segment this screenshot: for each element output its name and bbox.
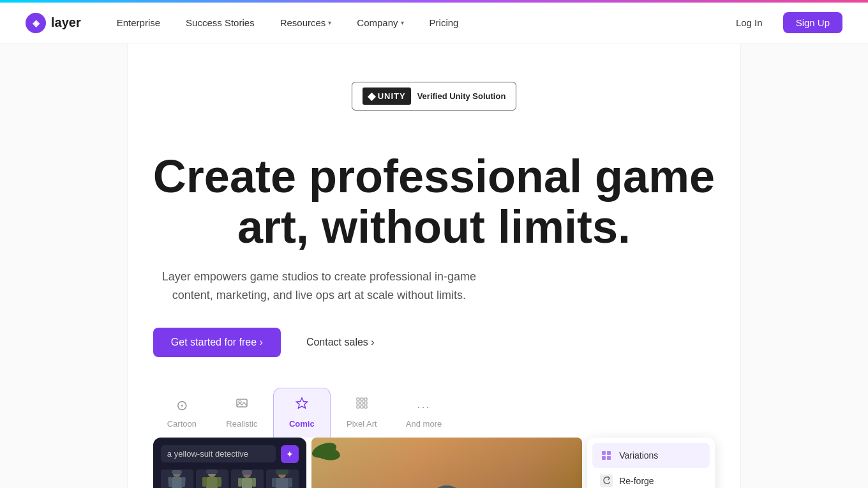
comic-icon <box>295 396 309 414</box>
svg-rect-10 <box>364 406 367 408</box>
svg-rect-9 <box>361 406 363 408</box>
navbar: ◈ layer Enterprise Success Stories Resou… <box>0 3 868 43</box>
tab-realistic[interactable]: Realistic <box>213 388 271 438</box>
nav-item-company[interactable]: Company ▾ <box>347 12 414 33</box>
re-forge-item[interactable]: Re-forge <box>592 468 710 488</box>
tab-and-more[interactable]: ··· And more <box>393 393 454 438</box>
tab-comic[interactable]: Comic <box>273 388 331 438</box>
svg-rect-27 <box>242 478 252 488</box>
svg-rect-21 <box>202 477 207 487</box>
nav-item-pricing[interactable]: Pricing <box>419 12 469 33</box>
unity-badge: ◆ unity Verified Unity Solution <box>352 82 517 111</box>
svg-rect-28 <box>238 478 242 487</box>
nav-item-enterprise[interactable]: Enterprise <box>107 12 170 33</box>
unity-symbol-icon: ◆ <box>368 90 375 102</box>
hero-bg-right <box>740 43 868 488</box>
tab-cartoon[interactable]: ⊙ Cartoon <box>153 390 211 438</box>
svg-rect-20 <box>206 477 218 488</box>
svg-rect-7 <box>364 402 367 404</box>
svg-rect-115 <box>607 451 611 455</box>
hero-title: Create professional game art, without li… <box>153 151 715 252</box>
nav-links: Enterprise Success Stories Resources ▾ C… <box>107 12 723 33</box>
realistic-icon <box>235 396 249 414</box>
cartoon-icon: ⊙ <box>176 397 188 414</box>
svg-rect-12 <box>172 470 182 474</box>
svg-rect-34 <box>276 478 288 488</box>
svg-rect-4 <box>364 398 367 400</box>
svg-rect-2 <box>357 398 359 400</box>
login-button[interactable]: Log In <box>723 12 775 33</box>
svg-rect-26 <box>242 470 252 475</box>
svg-rect-114 <box>602 451 606 455</box>
verified-solution-text: Verified Unity Solution <box>417 91 506 102</box>
char-grid <box>161 469 299 488</box>
svg-rect-8 <box>357 406 359 408</box>
svg-rect-0 <box>237 399 247 407</box>
logo-icon: ◈ <box>26 13 46 33</box>
contact-sales-button[interactable]: Contact sales › <box>294 328 387 357</box>
pixel-art-icon <box>355 396 369 414</box>
demo-area: a yellow-suit detective ✦ <box>153 438 715 488</box>
svg-rect-35 <box>272 478 276 487</box>
svg-rect-33 <box>276 469 288 475</box>
svg-rect-22 <box>217 477 221 487</box>
signup-button[interactable]: Sign Up <box>783 12 842 33</box>
svg-rect-36 <box>288 478 292 487</box>
logo[interactable]: ◈ layer <box>26 13 81 33</box>
nav-actions: Log In Sign Up <box>723 12 842 33</box>
and-more-icon: ··· <box>417 400 431 414</box>
svg-rect-116 <box>602 456 606 460</box>
svg-rect-13 <box>172 477 182 488</box>
main-soldier-svg <box>415 478 479 488</box>
svg-rect-117 <box>607 456 611 460</box>
variations-panel: Variations Re-forge <box>587 438 715 488</box>
variations-icon <box>600 449 613 462</box>
character-panel: a yellow-suit detective ✦ <box>153 438 306 488</box>
unity-logo: ◆ unity <box>363 88 411 105</box>
game-art-canvas: ↑ <box>311 438 582 488</box>
svg-rect-19 <box>206 469 218 474</box>
char-panel-header: a yellow-suit detective ✦ <box>161 445 299 463</box>
hero-bg-left <box>0 43 128 488</box>
svg-rect-3 <box>361 398 363 400</box>
get-started-button[interactable]: Get started for free › <box>153 328 281 357</box>
char-cell-3[interactable] <box>231 469 264 488</box>
hero-subtitle: Layer empowers game studios to create pr… <box>153 268 485 305</box>
char-cell-1[interactable] <box>161 469 193 488</box>
svg-point-95 <box>433 485 461 488</box>
re-forge-icon <box>600 475 613 487</box>
logo-text: layer <box>51 15 81 30</box>
tab-pixel-art[interactable]: Pixel Art <box>333 388 391 438</box>
company-chevron-icon: ▾ <box>401 19 404 26</box>
hero-cta: Get started for free › Contact sales › <box>153 328 715 357</box>
resources-chevron-icon: ▾ <box>328 19 331 26</box>
main-content: ◆ unity Verified Unity Solution Create p… <box>153 82 715 488</box>
char-generate-button[interactable]: ✦ <box>281 445 299 463</box>
svg-rect-29 <box>252 478 256 487</box>
svg-rect-5 <box>357 402 359 404</box>
nav-item-resources[interactable]: Resources ▾ <box>270 12 342 33</box>
hero-section: ◆ unity Verified Unity Solution Create p… <box>0 43 868 488</box>
nav-item-success-stories[interactable]: Success Stories <box>176 12 265 33</box>
svg-rect-6 <box>361 402 363 404</box>
char-cell-2[interactable] <box>196 469 228 488</box>
style-tabs: ⊙ Cartoon Realistic <box>153 388 715 438</box>
variations-item[interactable]: Variations <box>592 443 710 468</box>
char-cell-4[interactable] <box>266 469 299 488</box>
char-search-text[interactable]: a yellow-suit detective <box>161 445 276 462</box>
